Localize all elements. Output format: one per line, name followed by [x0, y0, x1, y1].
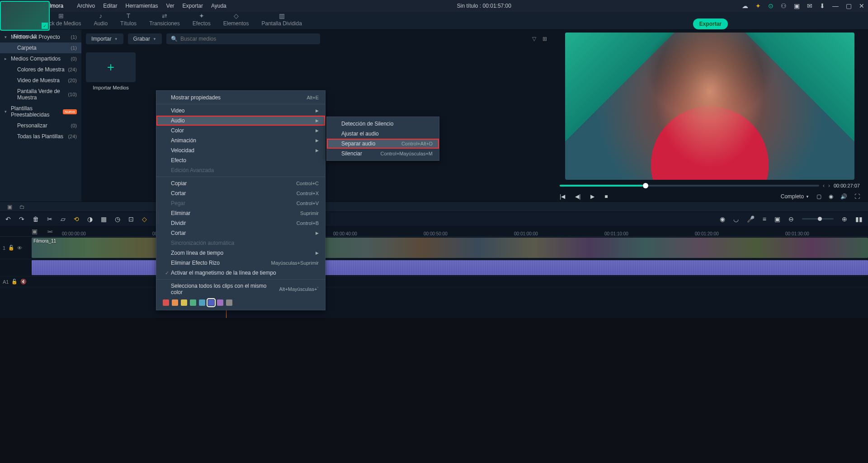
color-swatch[interactable] [172, 299, 178, 306]
ctx-item[interactable]: Video▶ [156, 106, 325, 116]
export-button[interactable]: Exportar [693, 19, 728, 29]
zoom-slider[interactable] [802, 218, 834, 220]
menu-exportar[interactable]: Exportar [183, 3, 203, 9]
color-swatch[interactable] [163, 299, 169, 306]
render-icon[interactable]: ▣ [774, 215, 780, 223]
ctx-item[interactable]: Mostrar propiedadesAlt+E [156, 93, 325, 103]
ctx-item[interactable]: Cortar▶ [156, 228, 325, 238]
import-dropdown[interactable]: Importar ▼ [86, 33, 123, 44]
motion-track-icon[interactable]: ⊡ [128, 215, 134, 223]
user-icon[interactable]: ⚇ [781, 2, 787, 9]
ctx-item: Sincronización automática [156, 238, 325, 248]
color-swatch[interactable] [199, 299, 205, 306]
jump-start-icon[interactable]: |◀ [560, 193, 565, 200]
ctx-item[interactable]: Selecciona todos los clips con el mismo … [156, 281, 325, 297]
timer-icon[interactable]: ◷ [115, 215, 120, 223]
color-swatch[interactable] [217, 299, 223, 306]
color-swatch[interactable] [226, 299, 232, 306]
filter-icon[interactable]: ▽ [532, 36, 536, 42]
import-media-tile[interactable]: + Importar Medios [86, 52, 136, 90]
ctx-item-shortcut: Control+Alt+D [401, 141, 433, 146]
save-icon[interactable]: ▣ [794, 2, 800, 9]
volume-icon[interactable]: 🔊 [840, 193, 847, 200]
ctx-item[interactable]: Separar audioControl+Alt+D [327, 139, 439, 149]
lock-icon[interactable]: 🔓 [11, 279, 18, 285]
search-input[interactable] [180, 36, 316, 42]
tab-label: Elementos [223, 20, 249, 27]
keyframe-icon[interactable]: ◇ [142, 215, 147, 223]
tab-transiciones[interactable]: ⇄Transiciones [143, 10, 186, 29]
ruler-mark: 00:01:00:00 [514, 231, 538, 236]
color-swatch[interactable] [208, 299, 214, 306]
ctx-item[interactable]: Animación▶ [156, 136, 325, 145]
fit-timeline-icon[interactable]: ▮▮ [855, 215, 863, 223]
mute-icon[interactable]: 🔇 [20, 279, 27, 285]
audio-mixer-icon[interactable]: ◉ [720, 215, 725, 223]
visibility-icon[interactable]: 👁 [17, 245, 22, 251]
sidebar-item-count: (24) [68, 134, 77, 139]
tab-pantalla-dividida[interactable]: ▥Pantalla Dividida [255, 10, 308, 29]
menu-herramientas[interactable]: Herramientas [126, 3, 158, 9]
marker-icon[interactable]: ◡ [733, 215, 739, 223]
headphones-icon[interactable]: ⊙ [768, 2, 774, 9]
quality-dropdown[interactable]: Completo ▼ [781, 193, 809, 200]
ctx-item[interactable]: DividirControl+B [156, 218, 325, 228]
ctx-item[interactable]: Velocidad▶ [156, 145, 325, 155]
snapshot-icon[interactable]: ◉ [829, 193, 833, 200]
sidebar-item-count: (24) [68, 67, 77, 72]
lock-icon[interactable]: 🔓 [8, 245, 14, 251]
prev-frame-icon[interactable]: ‹ [823, 182, 825, 189]
ctx-item[interactable]: EliminarSuprimir [156, 208, 325, 218]
zoom-out-icon[interactable]: ⊖ [788, 215, 794, 223]
ctx-item[interactable]: Audio▶ [156, 116, 325, 126]
record-dropdown[interactable]: Grabar ▼ [128, 33, 162, 44]
ctx-item[interactable]: SilenciarControl+Mayúsculas+M [327, 149, 439, 159]
ctx-item[interactable]: Eliminar Efecto RizoMayúsculas+Suprimir [156, 258, 325, 268]
fullscreen-icon[interactable]: ⛶ [854, 193, 860, 200]
tab-efectos[interactable]: ✦Efectos [186, 10, 217, 29]
ctx-item[interactable]: Zoom línea de tiempo▶ [156, 248, 325, 258]
close-icon[interactable]: ✕ [859, 2, 864, 9]
ctx-item[interactable]: Efecto [156, 155, 325, 165]
tip-icon[interactable]: ✦ [755, 2, 761, 9]
tab-audio[interactable]: ♪Audio [87, 10, 114, 29]
tab-elementos[interactable]: ◇Elementos [217, 10, 255, 29]
tab-títulos[interactable]: TTítulos [114, 10, 143, 29]
stop-icon[interactable]: ■ [604, 193, 608, 200]
maximize-icon[interactable]: ▢ [846, 2, 852, 9]
speed-icon[interactable]: ⟲ [74, 215, 79, 223]
green-screen-icon[interactable]: ▦ [101, 215, 107, 223]
ctx-item[interactable]: Color▶ [156, 126, 325, 136]
ctx-item[interactable]: CortarControl+X [156, 188, 325, 198]
menu-editar[interactable]: Editar [103, 3, 117, 9]
step-back-icon[interactable]: ◀| [575, 193, 580, 200]
minimize-icon[interactable]: — [832, 2, 839, 9]
ctx-item-shortcut: Control+V [297, 201, 319, 206]
menu-ver[interactable]: Ver [166, 3, 175, 9]
ctx-item[interactable]: ✓Activar el magnetismo de la línea de ti… [156, 268, 325, 278]
ctx-item-label: Pegar [171, 200, 297, 206]
play-icon[interactable]: ▶ [590, 193, 594, 200]
media-clip-tile[interactable]: ✓ Filmora 11 [0, 1, 50, 462]
crop-icon[interactable]: ▱ [61, 215, 66, 223]
ctx-item[interactable]: Ajustar el audio [327, 129, 439, 139]
grid-view-icon[interactable]: ⊞ [542, 36, 547, 42]
menu-archivo[interactable]: Archivo [77, 3, 95, 9]
cloud-icon[interactable]: ☁ [742, 2, 748, 9]
menu-ayuda[interactable]: Ayuda [211, 3, 226, 9]
voice-icon[interactable]: 🎤 [747, 215, 755, 223]
message-icon[interactable]: ✉ [807, 2, 812, 9]
zoom-in-icon[interactable]: ⊕ [842, 215, 847, 223]
ctx-item-shortcut: Suprimir [300, 210, 319, 216]
ctx-item[interactable]: Detección de Silencio [327, 119, 439, 129]
color-icon[interactable]: ◑ [87, 215, 93, 223]
color-swatch[interactable] [190, 299, 196, 306]
color-swatch[interactable] [181, 299, 187, 306]
next-frame-icon[interactable]: › [828, 182, 830, 189]
display-icon[interactable]: ▢ [816, 193, 821, 200]
search-box[interactable]: 🔍 [166, 33, 320, 44]
ctx-item[interactable]: CopiarControl+C [156, 178, 325, 188]
audio-sync-icon[interactable]: ≡ [763, 215, 766, 223]
seek-slider[interactable] [560, 185, 819, 187]
download-icon[interactable]: ⬇ [820, 2, 825, 9]
